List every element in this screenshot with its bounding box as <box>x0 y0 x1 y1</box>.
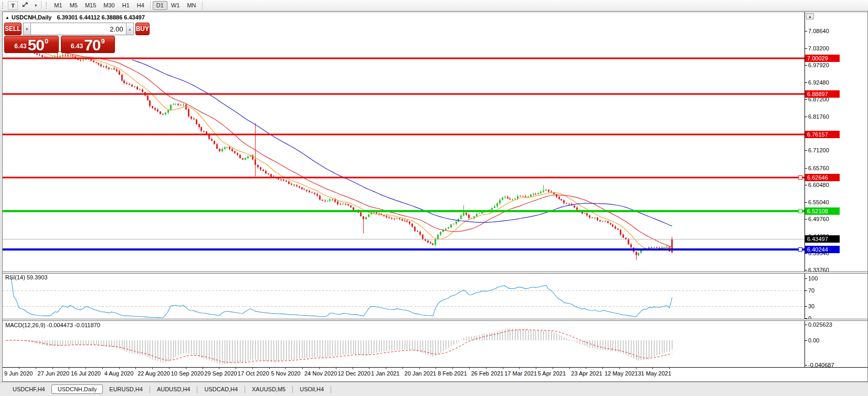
timeframe-button-mn[interactable]: MN <box>183 1 199 10</box>
cursor-tool-button[interactable] <box>18 1 33 10</box>
chart-tab-usdcnh-daily[interactable]: USDCNH,Daily <box>51 384 103 394</box>
timeframe-button-w1[interactable]: W1 <box>167 1 184 10</box>
rsi-axis-label: 30 <box>808 303 814 310</box>
date-axis-tickmark <box>269 368 270 369</box>
date-axis-label: 4 Aug 2020 <box>104 370 134 377</box>
date-axis-tickmark <box>169 368 170 369</box>
double-arrow-icon <box>22 2 29 9</box>
chart-tab-usdcad-h4[interactable]: USDCAD,H4 <box>198 384 244 394</box>
volume-increase-button[interactable]: ▴ <box>126 23 134 35</box>
tab-separator <box>150 386 150 393</box>
buy-button[interactable]: BUY <box>135 23 150 35</box>
date-axis-label: 29 Sep 2020 <box>204 370 237 377</box>
price-axis-tickmark <box>805 270 807 270</box>
date-axis-tickmark <box>652 368 653 369</box>
cursor-tool-dropdown[interactable]: ▾ <box>33 1 39 10</box>
chart-tab-audusd-h4[interactable]: AUDUSD,H4 <box>151 384 197 394</box>
date-axis-label: 12 May 2021 <box>605 370 638 377</box>
chart-symbol-label: USDCNH,Daily <box>12 14 51 20</box>
rsi-pane-divider[interactable] <box>3 272 867 274</box>
sell-button[interactable]: SELL <box>4 23 22 35</box>
date-axis-label: 23 Apr 2021 <box>571 370 602 377</box>
date-axis-tickmark <box>636 368 637 369</box>
buy-price-button[interactable]: 6.43 70 9 <box>61 36 115 53</box>
date-axis-label: 12 Dec 2020 <box>338 370 371 377</box>
timeframe-button-h1[interactable]: H1 <box>119 1 133 10</box>
macd-indicator-label: MACD(12,26,9) -0.004473 -0.011870 <box>5 322 100 328</box>
macd-pane-divider[interactable] <box>3 319 867 321</box>
date-axis-label: 20 Jan 2021 <box>405 370 437 377</box>
date-axis-tickmark <box>19 368 19 369</box>
date-axis-tickmark <box>152 368 153 369</box>
macd-axis-tickmark <box>805 340 807 341</box>
price-axis-tickmark <box>805 202 807 203</box>
timeframe-button-m1[interactable]: M1 <box>50 1 66 10</box>
tab-separator <box>331 386 331 393</box>
price-chart-canvas[interactable] <box>3 12 867 367</box>
date-axis-tickmark <box>203 368 203 369</box>
chart-tab-usdchf-h4[interactable]: USDCHF,H4 <box>6 384 51 394</box>
price-axis-tickmark <box>805 65 807 66</box>
date-axis-tickmark <box>252 368 253 369</box>
volume-stepper: ▾ ▴ <box>23 23 134 35</box>
date-axis-label: 5 Apr 2021 <box>538 370 566 377</box>
timeframe-button-m5[interactable]: M5 <box>66 1 81 10</box>
date-axis-tickmark <box>586 368 586 369</box>
date-axis-label: 26 Feb 2021 <box>471 370 504 377</box>
price-level-badge: 7.00029 <box>805 55 840 62</box>
current-price-badge: 6.43497 <box>805 235 840 243</box>
price-axis-tickmark <box>805 185 807 185</box>
toolbar-separator <box>150 1 151 9</box>
price-axis-tickmark <box>805 31 807 32</box>
timeframe-button-d1[interactable]: D1 <box>153 1 167 10</box>
timeframe-button-m15[interactable]: M15 <box>81 1 100 10</box>
chart-tab-eurusd-h4[interactable]: EURUSD,H4 <box>103 384 149 394</box>
timeframe-button-m30[interactable]: M30 <box>100 1 118 10</box>
date-axis-label: 1 Jan 2021 <box>371 370 399 377</box>
tab-separator <box>197 386 197 393</box>
date-axis-tickmark <box>369 368 369 369</box>
toolbar-drag-handle[interactable] <box>46 2 48 9</box>
price-axis-label: 6.92480 <box>808 79 829 86</box>
date-axis-tickmark <box>669 368 670 369</box>
volume-input[interactable] <box>31 23 126 35</box>
scroll-up-button[interactable]: ▲ <box>806 13 814 19</box>
rsi-axis-tickmark <box>805 306 807 307</box>
chart-ohlc-values: 6.39301 6.44112 6.38886 6.43497 <box>57 14 145 20</box>
date-axis-tickmark <box>403 368 403 369</box>
toolbar-drag-handle[interactable] <box>2 2 4 9</box>
collapse-panel-icon[interactable]: ▲ <box>5 15 9 20</box>
text-tool-button[interactable]: T <box>8 1 18 10</box>
rsi-axis-label: 100 <box>808 275 818 282</box>
date-axis-tickmark <box>519 368 520 369</box>
date-axis[interactable]: 9 Jun 202027 Jun 202016 Jul 20204 Aug 20… <box>3 368 867 381</box>
date-axis-tickmark <box>486 368 486 369</box>
top-toolbar: T ▾ M1M5M15M30H1H4D1W1MN <box>0 0 868 11</box>
price-axis-tickmark <box>805 168 807 169</box>
date-axis-tickmark <box>36 368 36 369</box>
date-axis-tickmark <box>302 368 303 369</box>
price-axis-tickmark <box>805 219 807 220</box>
tab-separator <box>245 386 245 393</box>
price-axis-label: 6.60480 <box>808 181 829 189</box>
rsi-indicator-label: RSI(14) 59.3903 <box>5 274 48 280</box>
date-axis-tickmark <box>419 368 420 369</box>
price-level-badge: 6.52108 <box>805 207 840 215</box>
chart-tab-xauusd-m5[interactable]: XAUUSD,M5 <box>246 384 292 394</box>
date-axis-label: 10 Sep 2020 <box>171 370 204 377</box>
price-level-badge: 6.40244 <box>805 246 840 253</box>
date-axis-label: 17 Oct 2020 <box>238 370 269 377</box>
chart-title: USDCNH,Daily 6.39301 6.44112 6.38886 6.4… <box>12 14 145 20</box>
chart-tab-usoil-h4[interactable]: USOil,H4 <box>293 384 330 394</box>
date-axis-label: 31 May 2021 <box>638 370 671 377</box>
date-axis-tickmark <box>119 368 120 369</box>
one-click-trading-panel: SELL ▾ ▴ BUY 6.43 50 0 6.43 70 9 <box>4 23 115 53</box>
date-axis-label: 22 Aug 2020 <box>137 370 170 377</box>
date-axis-label: 9 Jun 2020 <box>4 370 33 377</box>
price-axis-tickmark <box>805 82 807 83</box>
sell-price-button[interactable]: 6.43 50 0 <box>4 36 59 53</box>
buy-price-big: 70 <box>84 38 100 52</box>
timeframe-button-h4[interactable]: H4 <box>133 1 148 10</box>
date-axis-tickmark <box>553 368 553 369</box>
volume-decrease-button[interactable]: ▾ <box>23 23 31 35</box>
